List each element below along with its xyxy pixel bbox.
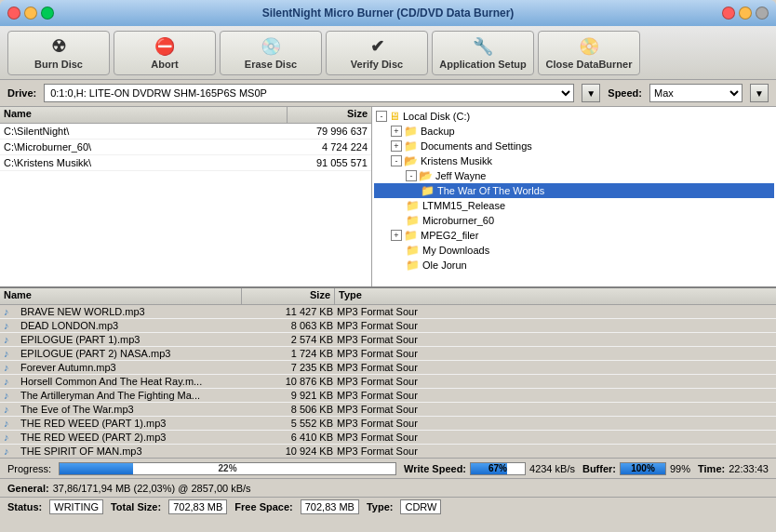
file-size: 4 724 224 — [284, 141, 368, 153]
list-item[interactable]: ♪ EPILOGUE (PART 2) NASA.mp3 1 724 KB MP… — [0, 347, 776, 361]
file-size: 8 063 KB — [244, 320, 337, 331]
list-item[interactable]: ♪ Forever Autumn.mp3 7 235 KB MP3 Format… — [0, 361, 776, 375]
file-name: C:\Microburner_60\ — [4, 141, 284, 153]
bottom-name-header: Name — [0, 288, 242, 304]
burn-disc-button[interactable]: ☢ Burn Disc — [7, 31, 110, 75]
mp3-icon: ♪ — [4, 390, 19, 401]
type-label: Type: — [367, 501, 394, 512]
tree-item[interactable]: 📁 Ole Jorun — [374, 258, 774, 273]
folder-icon: 📁 — [404, 229, 418, 242]
file-size: 79 996 637 — [284, 126, 368, 137]
file-name: THE RED WEED (PART 2).mp3 — [20, 432, 244, 443]
file-name: The Artilleryman And The Fighting Ma... — [20, 390, 244, 401]
write-speed-area: Write Speed: 67% 4234 kB/s — [404, 462, 575, 475]
progress-label: Progress: — [7, 463, 51, 474]
tree-item[interactable]: - 📂 Kristens Musikk — [374, 153, 774, 168]
status-label: Status: — [7, 501, 42, 512]
extra-button-right[interactable] — [756, 7, 769, 20]
window-controls[interactable] — [7, 7, 54, 20]
file-name: Horsell Common And The Heat Ray.m... — [20, 376, 244, 387]
time-area: Time: 22:33:43 — [698, 463, 769, 474]
tree-item[interactable]: 📁 My Downloads — [374, 243, 774, 258]
file-size-header: Size — [288, 107, 371, 123]
file-name: EPILOGUE (PART 1).mp3 — [20, 334, 244, 345]
speed-dropdown-button[interactable]: ▼ — [750, 84, 769, 102]
tree-item[interactable]: 📁 LTMM15_Release — [374, 198, 774, 213]
verify-disc-icon: ✔ — [370, 36, 384, 57]
window-controls-right[interactable] — [722, 7, 769, 20]
general-status-bar: General: 37,86/171,94 MB (22,03%) @ 2857… — [0, 479, 776, 498]
mp3-icon: ♪ — [4, 306, 19, 317]
close-databurner-button[interactable]: 📀 Close DataBurner — [538, 31, 640, 75]
tree-expander[interactable]: + — [391, 126, 402, 137]
total-size-label: Total Size: — [111, 501, 161, 512]
file-size: 91 055 571 — [284, 157, 368, 168]
status-value-field: WRITING — [49, 499, 103, 514]
file-type: MP3 Format Sour — [337, 390, 772, 401]
verify-disc-label: Verify Disc — [351, 59, 403, 70]
tree-item[interactable]: + 📁 Documents and Settings — [374, 139, 774, 153]
verify-disc-button[interactable]: ✔ Verify Disc — [326, 31, 428, 75]
mp3-icon: ♪ — [4, 404, 19, 415]
tree-item-label: Documents and Settings — [421, 140, 532, 152]
tree-expander[interactable]: + — [391, 230, 402, 241]
right-panel: - 🖥 Local Disk (C:) + 📁 Backup + 📁 Docum… — [372, 107, 776, 286]
folder-icon: 📁 — [404, 125, 418, 138]
folder-icon: 📂 — [419, 169, 433, 182]
file-type: MP3 Format Sour — [337, 446, 772, 457]
list-item[interactable]: C:\SilentNight\ 79 996 637 — [0, 124, 371, 140]
tree-item[interactable]: + 📁 Backup — [374, 124, 774, 139]
tree-item[interactable]: - 🖥 Local Disk (C:) — [374, 109, 774, 124]
folder-tree: - 🖥 Local Disk (C:) + 📁 Backup + 📁 Docum… — [372, 107, 776, 286]
tree-item-label: Ole Jorun — [422, 259, 467, 271]
tree-item-selected[interactable]: 📁 The War Of The Worlds — [374, 183, 774, 198]
list-item[interactable]: ♪ The Eve of The War.mp3 8 506 KB MP3 Fo… — [0, 403, 776, 417]
list-item[interactable]: ♪ THE RED WEED (PART 1).mp3 5 552 KB MP3… — [0, 417, 776, 431]
folder-icon: 📁 — [404, 140, 418, 153]
drive-select[interactable]: 0:1:0,H: LITE-ON DVDRW SHM-165P6S MS0P — [44, 84, 574, 102]
close-button-right[interactable] — [722, 7, 735, 20]
bottom-list-body: ♪ BRAVE NEW WORLD.mp3 11 427 KB MP3 Form… — [0, 305, 776, 458]
list-item[interactable]: ♪ The Artilleryman And The Fighting Ma..… — [0, 389, 776, 403]
list-item[interactable]: ♪ EPILOGUE (PART 1).mp3 2 574 KB MP3 For… — [0, 333, 776, 347]
tree-item-label: Local Disk (C:) — [403, 111, 470, 122]
speed-select[interactable]: Max — [649, 84, 743, 102]
list-item[interactable]: ♪ THE RED WEED (PART 2).mp3 6 410 KB MP3… — [0, 431, 776, 445]
bottom-type-header: Type — [335, 288, 776, 304]
tree-item-label: Kristens Musikk — [421, 155, 492, 166]
tree-expander[interactable]: - — [406, 170, 417, 181]
list-item[interactable]: ♪ DEAD LONDON.mp3 8 063 KB MP3 Format So… — [0, 319, 776, 333]
buffer-label: Buffer: — [582, 463, 616, 474]
erase-disc-button[interactable]: 💿 Erase Disc — [220, 31, 322, 75]
list-item[interactable]: ♪ BRAVE NEW WORLD.mp3 11 427 KB MP3 Form… — [0, 305, 776, 319]
list-item[interactable]: C:\Microburner_60\ 4 724 224 — [0, 140, 371, 155]
title-bar: SilentNight Micro Burner (CD/DVD Data Bu… — [0, 0, 776, 26]
mp3-icon: ♪ — [4, 320, 19, 331]
total-size-value: 702,83 MB — [173, 501, 222, 512]
tree-expander[interactable]: - — [376, 111, 387, 122]
mp3-icon: ♪ — [4, 362, 19, 373]
abort-button[interactable]: ⛔ Abort — [114, 31, 216, 75]
application-setup-button[interactable]: 🔧 Application Setup — [432, 31, 534, 75]
tree-item-label: LTMM15_Release — [422, 200, 505, 211]
minimize-window-button[interactable] — [24, 7, 37, 20]
tree-item[interactable]: - 📂 Jeff Wayne — [374, 168, 774, 183]
list-item[interactable]: ♪ THE SPIRIT OF MAN.mp3 10 924 KB MP3 Fo… — [0, 445, 776, 458]
file-type: MP3 Format Sour — [337, 418, 772, 429]
file-size: 8 506 KB — [244, 404, 337, 415]
list-item[interactable]: ♪ Horsell Common And The Heat Ray.m... 1… — [0, 375, 776, 389]
tree-expander[interactable]: - — [391, 155, 402, 166]
drive-dropdown-button[interactable]: ▼ — [582, 84, 600, 102]
tree-item[interactable]: 📁 Microburner_60 — [374, 213, 774, 228]
maximize-window-button[interactable] — [41, 7, 54, 20]
tree-expander[interactable]: + — [391, 140, 402, 152]
tree-item-label: My Downloads — [422, 245, 489, 256]
restore-button-right[interactable] — [739, 7, 752, 20]
tree-item-label: MPEG2_filer — [421, 230, 478, 241]
drive-bar: Drive: 0:1:0,H: LITE-ON DVDRW SHM-165P6S… — [0, 80, 776, 107]
close-databurner-label: Close DataBurner — [546, 59, 633, 70]
tree-item[interactable]: + 📁 MPEG2_filer — [374, 228, 774, 243]
list-item[interactable]: C:\Kristens Musikk\ 91 055 571 — [0, 155, 371, 171]
close-window-button[interactable] — [7, 7, 20, 20]
application-setup-label: Application Setup — [439, 59, 527, 70]
